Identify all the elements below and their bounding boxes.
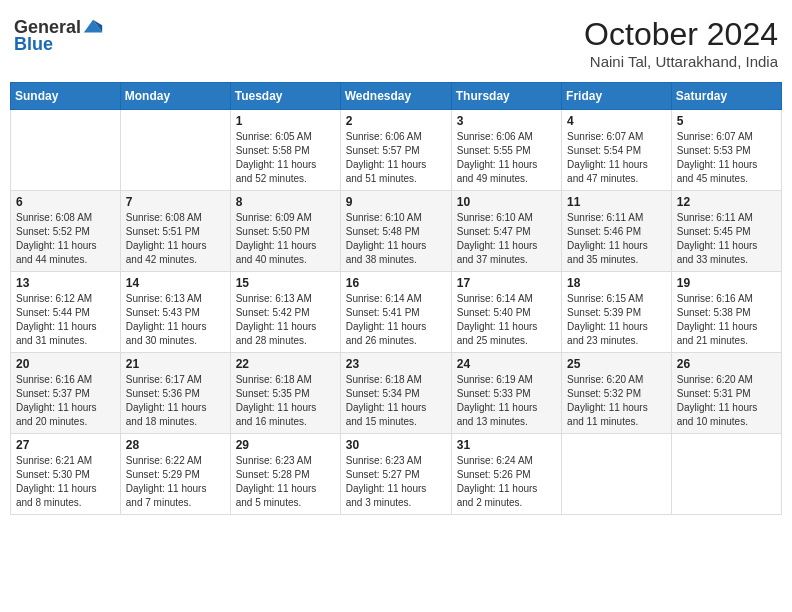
cell-content: Sunrise: 6:14 AM Sunset: 5:40 PM Dayligh… [457,292,556,348]
calendar-cell: 7Sunrise: 6:08 AM Sunset: 5:51 PM Daylig… [120,191,230,272]
cell-content: Sunrise: 6:14 AM Sunset: 5:41 PM Dayligh… [346,292,446,348]
calendar-cell: 20Sunrise: 6:16 AM Sunset: 5:37 PM Dayli… [11,353,121,434]
week-row-1: 1Sunrise: 6:05 AM Sunset: 5:58 PM Daylig… [11,110,782,191]
cell-content: Sunrise: 6:13 AM Sunset: 5:42 PM Dayligh… [236,292,335,348]
day-number: 2 [346,114,446,128]
calendar-cell: 27Sunrise: 6:21 AM Sunset: 5:30 PM Dayli… [11,434,121,515]
header-monday: Monday [120,83,230,110]
calendar-cell [11,110,121,191]
day-number: 22 [236,357,335,371]
cell-content: Sunrise: 6:08 AM Sunset: 5:51 PM Dayligh… [126,211,225,267]
calendar-cell: 15Sunrise: 6:13 AM Sunset: 5:42 PM Dayli… [230,272,340,353]
day-number: 7 [126,195,225,209]
cell-content: Sunrise: 6:19 AM Sunset: 5:33 PM Dayligh… [457,373,556,429]
cell-content: Sunrise: 6:11 AM Sunset: 5:45 PM Dayligh… [677,211,776,267]
month-title: October 2024 [584,16,778,53]
day-number: 17 [457,276,556,290]
calendar-cell: 29Sunrise: 6:23 AM Sunset: 5:28 PM Dayli… [230,434,340,515]
cell-content: Sunrise: 6:17 AM Sunset: 5:36 PM Dayligh… [126,373,225,429]
cell-content: Sunrise: 6:15 AM Sunset: 5:39 PM Dayligh… [567,292,666,348]
header-wednesday: Wednesday [340,83,451,110]
calendar-cell: 21Sunrise: 6:17 AM Sunset: 5:36 PM Dayli… [120,353,230,434]
cell-content: Sunrise: 6:20 AM Sunset: 5:32 PM Dayligh… [567,373,666,429]
calendar-cell: 19Sunrise: 6:16 AM Sunset: 5:38 PM Dayli… [671,272,781,353]
day-number: 9 [346,195,446,209]
cell-content: Sunrise: 6:16 AM Sunset: 5:38 PM Dayligh… [677,292,776,348]
calendar-cell: 13Sunrise: 6:12 AM Sunset: 5:44 PM Dayli… [11,272,121,353]
calendar-cell: 2Sunrise: 6:06 AM Sunset: 5:57 PM Daylig… [340,110,451,191]
calendar-cell: 10Sunrise: 6:10 AM Sunset: 5:47 PM Dayli… [451,191,561,272]
cell-content: Sunrise: 6:16 AM Sunset: 5:37 PM Dayligh… [16,373,115,429]
logo-icon [82,16,104,38]
cell-content: Sunrise: 6:13 AM Sunset: 5:43 PM Dayligh… [126,292,225,348]
calendar-cell: 12Sunrise: 6:11 AM Sunset: 5:45 PM Dayli… [671,191,781,272]
week-row-3: 13Sunrise: 6:12 AM Sunset: 5:44 PM Dayli… [11,272,782,353]
calendar-cell: 24Sunrise: 6:19 AM Sunset: 5:33 PM Dayli… [451,353,561,434]
day-number: 19 [677,276,776,290]
cell-content: Sunrise: 6:11 AM Sunset: 5:46 PM Dayligh… [567,211,666,267]
calendar-cell: 31Sunrise: 6:24 AM Sunset: 5:26 PM Dayli… [451,434,561,515]
cell-content: Sunrise: 6:08 AM Sunset: 5:52 PM Dayligh… [16,211,115,267]
cell-content: Sunrise: 6:09 AM Sunset: 5:50 PM Dayligh… [236,211,335,267]
title-section: October 2024 Naini Tal, Uttarakhand, Ind… [584,16,778,70]
calendar-table: Sunday Monday Tuesday Wednesday Thursday… [10,82,782,515]
calendar-cell: 18Sunrise: 6:15 AM Sunset: 5:39 PM Dayli… [562,272,672,353]
day-number: 8 [236,195,335,209]
day-number: 10 [457,195,556,209]
calendar-cell: 25Sunrise: 6:20 AM Sunset: 5:32 PM Dayli… [562,353,672,434]
cell-content: Sunrise: 6:05 AM Sunset: 5:58 PM Dayligh… [236,130,335,186]
cell-content: Sunrise: 6:07 AM Sunset: 5:54 PM Dayligh… [567,130,666,186]
week-row-2: 6Sunrise: 6:08 AM Sunset: 5:52 PM Daylig… [11,191,782,272]
day-number: 18 [567,276,666,290]
cell-content: Sunrise: 6:24 AM Sunset: 5:26 PM Dayligh… [457,454,556,510]
calendar-cell: 11Sunrise: 6:11 AM Sunset: 5:46 PM Dayli… [562,191,672,272]
calendar-cell: 30Sunrise: 6:23 AM Sunset: 5:27 PM Dayli… [340,434,451,515]
header-tuesday: Tuesday [230,83,340,110]
cell-content: Sunrise: 6:06 AM Sunset: 5:55 PM Dayligh… [457,130,556,186]
calendar-cell: 1Sunrise: 6:05 AM Sunset: 5:58 PM Daylig… [230,110,340,191]
cell-content: Sunrise: 6:21 AM Sunset: 5:30 PM Dayligh… [16,454,115,510]
day-number: 20 [16,357,115,371]
day-number: 4 [567,114,666,128]
day-number: 24 [457,357,556,371]
calendar-cell: 16Sunrise: 6:14 AM Sunset: 5:41 PM Dayli… [340,272,451,353]
calendar-cell: 26Sunrise: 6:20 AM Sunset: 5:31 PM Dayli… [671,353,781,434]
cell-content: Sunrise: 6:18 AM Sunset: 5:34 PM Dayligh… [346,373,446,429]
day-number: 3 [457,114,556,128]
day-number: 12 [677,195,776,209]
cell-content: Sunrise: 6:18 AM Sunset: 5:35 PM Dayligh… [236,373,335,429]
cell-content: Sunrise: 6:20 AM Sunset: 5:31 PM Dayligh… [677,373,776,429]
calendar-cell: 14Sunrise: 6:13 AM Sunset: 5:43 PM Dayli… [120,272,230,353]
cell-content: Sunrise: 6:23 AM Sunset: 5:27 PM Dayligh… [346,454,446,510]
calendar-cell: 28Sunrise: 6:22 AM Sunset: 5:29 PM Dayli… [120,434,230,515]
header-saturday: Saturday [671,83,781,110]
day-number: 11 [567,195,666,209]
day-number: 6 [16,195,115,209]
calendar-cell: 8Sunrise: 6:09 AM Sunset: 5:50 PM Daylig… [230,191,340,272]
calendar-cell: 23Sunrise: 6:18 AM Sunset: 5:34 PM Dayli… [340,353,451,434]
cell-content: Sunrise: 6:10 AM Sunset: 5:48 PM Dayligh… [346,211,446,267]
calendar-cell [671,434,781,515]
calendar-cell: 3Sunrise: 6:06 AM Sunset: 5:55 PM Daylig… [451,110,561,191]
header-friday: Friday [562,83,672,110]
calendar-cell: 4Sunrise: 6:07 AM Sunset: 5:54 PM Daylig… [562,110,672,191]
day-number: 31 [457,438,556,452]
cell-content: Sunrise: 6:22 AM Sunset: 5:29 PM Dayligh… [126,454,225,510]
calendar-cell [120,110,230,191]
day-number: 21 [126,357,225,371]
week-row-4: 20Sunrise: 6:16 AM Sunset: 5:37 PM Dayli… [11,353,782,434]
day-number: 27 [16,438,115,452]
day-number: 23 [346,357,446,371]
calendar-cell: 22Sunrise: 6:18 AM Sunset: 5:35 PM Dayli… [230,353,340,434]
header-row: Sunday Monday Tuesday Wednesday Thursday… [11,83,782,110]
day-number: 5 [677,114,776,128]
day-number: 30 [346,438,446,452]
day-number: 28 [126,438,225,452]
day-number: 13 [16,276,115,290]
calendar-cell: 6Sunrise: 6:08 AM Sunset: 5:52 PM Daylig… [11,191,121,272]
calendar-cell: 17Sunrise: 6:14 AM Sunset: 5:40 PM Dayli… [451,272,561,353]
header-thursday: Thursday [451,83,561,110]
cell-content: Sunrise: 6:23 AM Sunset: 5:28 PM Dayligh… [236,454,335,510]
day-number: 14 [126,276,225,290]
week-row-5: 27Sunrise: 6:21 AM Sunset: 5:30 PM Dayli… [11,434,782,515]
